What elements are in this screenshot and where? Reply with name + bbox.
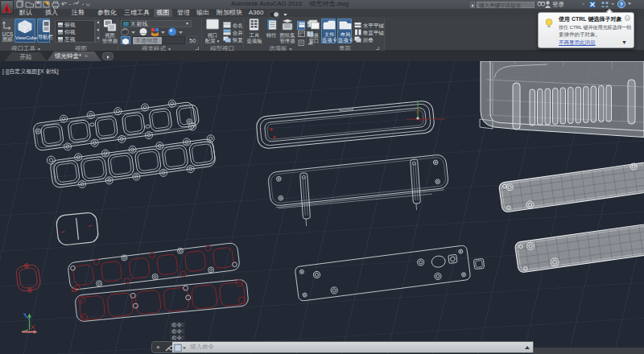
- svg-text:?: ?: [620, 1, 624, 8]
- svg-text:登录: 登录: [552, 1, 565, 8]
